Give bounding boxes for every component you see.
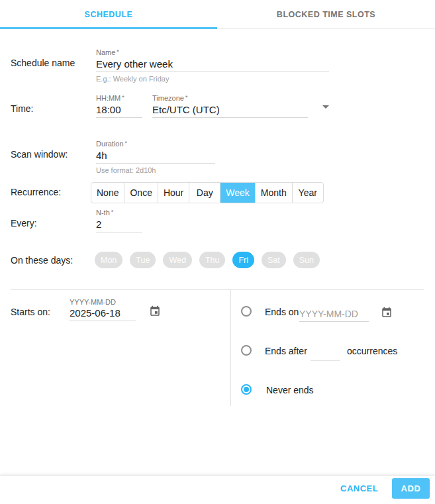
recurrence-option-month[interactable]: Month: [256, 183, 293, 203]
schedule-name-row-label: Schedule name: [11, 58, 75, 68]
nth-field-label-text: N-th: [96, 209, 110, 217]
name-input[interactable]: [96, 58, 329, 72]
timezone-field-label-text: Timezone: [152, 94, 184, 102]
tab-schedule-label: SCHEDULE: [85, 10, 133, 19]
ends-on-calendar-button[interactable]: [381, 307, 393, 319]
section-divider: [11, 289, 424, 290]
vertical-divider: [230, 289, 231, 406]
day-chip-tue[interactable]: Tue: [130, 252, 156, 268]
name-field-label-text: Name: [96, 48, 115, 56]
day-chip-fri[interactable]: Fri: [232, 252, 254, 268]
day-chip-mon[interactable]: Mon: [95, 252, 122, 268]
day-chip-wed[interactable]: Wed: [163, 252, 191, 268]
duration-hint: Use format: 2d10h: [96, 166, 156, 174]
cancel-button[interactable]: CANCEL: [336, 483, 382, 494]
occurrences-input[interactable]: [311, 347, 340, 361]
duration-required-marker: *: [125, 140, 128, 146]
duration-field-label-text: Duration: [96, 140, 124, 148]
tab-blocked-time-slots[interactable]: BLOCKED TIME SLOTS: [217, 0, 435, 29]
hhmm-input[interactable]: [96, 104, 142, 118]
calendar-icon: [381, 307, 393, 319]
recurrence-option-hour[interactable]: Hour: [158, 183, 189, 203]
tab-blocked-time-slots-label: BLOCKED TIME SLOTS: [277, 10, 375, 19]
timezone-required-marker: *: [185, 94, 188, 101]
time-row-label: Time:: [11, 103, 33, 114]
ends-after-label[interactable]: Ends after: [265, 346, 307, 356]
ends-on-date-input[interactable]: [299, 308, 369, 322]
name-field-label: Name*: [96, 48, 119, 56]
duration-input[interactable]: [96, 150, 215, 164]
starts-on-input[interactable]: [70, 307, 136, 321]
recurrence-row-label: Recurrence:: [11, 187, 61, 197]
day-chip-group: Mon Tue Wed Thu Fri Sat Sun: [95, 252, 320, 268]
nth-required-marker: *: [111, 209, 114, 215]
day-chip-sat[interactable]: Sat: [262, 252, 286, 268]
starts-on-calendar-button[interactable]: [149, 305, 161, 317]
occurrences-label: occurrences: [347, 346, 397, 356]
starts-on-field-label: YYYY-MM-DD: [70, 298, 116, 306]
recurrence-option-once[interactable]: Once: [124, 183, 158, 203]
name-required-marker: *: [117, 48, 119, 55]
recurrence-option-week[interactable]: Week: [220, 183, 256, 203]
hhmm-field-label: HH:MM*: [96, 94, 124, 102]
never-ends-radio[interactable]: [241, 384, 252, 395]
never-ends-label[interactable]: Never ends: [266, 385, 314, 395]
recurrence-segmented-control: None Once Hour Day Week Month Year: [91, 182, 324, 203]
scan-window-row-label: Scan window:: [11, 149, 68, 160]
timezone-field-label: Timezone*: [152, 94, 187, 102]
hhmm-field-label-text: HH:MM: [96, 94, 121, 102]
tab-bar: SCHEDULE BLOCKED TIME SLOTS: [0, 0, 435, 29]
day-chip-thu[interactable]: Thu: [199, 252, 226, 268]
days-row-label: On these days:: [11, 255, 73, 266]
day-chip-sun[interactable]: Sun: [293, 252, 320, 268]
timezone-select[interactable]: [152, 104, 308, 118]
ends-on-radio[interactable]: [241, 306, 252, 317]
nth-input[interactable]: [96, 219, 142, 232]
schedule-dialog: SCHEDULE BLOCKED TIME SLOTS Schedule nam…: [0, 0, 435, 504]
recurrence-option-year[interactable]: Year: [293, 183, 323, 203]
name-hint: E.g.: Weekly on Friday: [96, 75, 169, 83]
hhmm-required-marker: *: [122, 94, 124, 101]
caret-down-icon[interactable]: [322, 105, 329, 109]
ends-on-label[interactable]: Ends on: [265, 307, 299, 317]
recurrence-option-day[interactable]: Day: [189, 183, 220, 203]
calendar-icon: [149, 305, 161, 317]
starts-on-row-label: Starts on:: [11, 307, 50, 317]
tab-schedule[interactable]: SCHEDULE: [0, 0, 217, 29]
add-button[interactable]: ADD: [392, 478, 430, 499]
nth-field-label: N-th*: [96, 209, 113, 217]
duration-field-label: Duration*: [96, 140, 127, 148]
ends-after-radio[interactable]: [241, 345, 252, 356]
recurrence-option-none[interactable]: None: [91, 183, 124, 203]
active-tab-indicator: [0, 27, 217, 29]
every-row-label: Every:: [11, 218, 37, 228]
